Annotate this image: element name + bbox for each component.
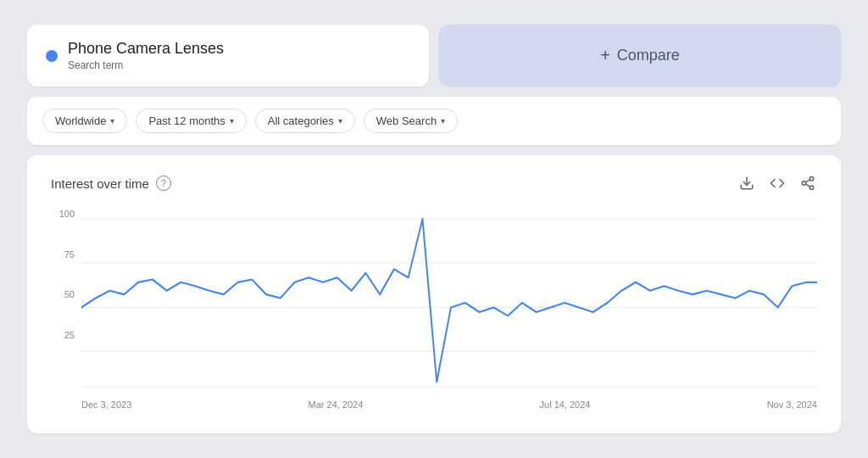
y-label-25: 25 bbox=[51, 331, 75, 340]
top-row: Phone Camera Lenses Search term + Compar… bbox=[27, 25, 841, 87]
filter-search-type[interactable]: Web Search ▾ bbox=[364, 109, 458, 133]
help-icon-label: ? bbox=[161, 178, 166, 188]
x-label-jul: Jul 14, 2024 bbox=[540, 399, 591, 410]
search-term-card: Phone Camera Lenses Search term bbox=[27, 25, 429, 87]
filter-region-label: Worldwide bbox=[55, 114, 106, 127]
y-label-100: 100 bbox=[51, 209, 75, 219]
x-label-nov: Nov 3, 2024 bbox=[767, 399, 817, 410]
y-label-75: 75 bbox=[51, 250, 75, 260]
compare-plus-icon: + bbox=[600, 46, 610, 65]
chart-title-group: Interest over time ? bbox=[51, 176, 171, 191]
filter-search-type-label: Web Search bbox=[376, 114, 437, 127]
filter-categories-label: All categories bbox=[268, 114, 334, 127]
search-term-info: Phone Camera Lenses Search term bbox=[68, 40, 224, 71]
embed-button[interactable] bbox=[768, 174, 787, 193]
svg-line-5 bbox=[805, 180, 810, 182]
y-axis-labels: 100 75 50 25 bbox=[51, 209, 75, 371]
chevron-down-icon: ▾ bbox=[338, 116, 342, 126]
chart-header: Interest over time ? bbox=[51, 174, 817, 193]
main-container: Phone Camera Lenses Search term + Compar… bbox=[27, 25, 841, 433]
x-label-mar: Mar 24, 2024 bbox=[309, 399, 364, 410]
filter-period-label: Past 12 months bbox=[148, 114, 225, 127]
chevron-down-icon: ▾ bbox=[110, 116, 114, 126]
svg-line-4 bbox=[805, 184, 810, 187]
share-button[interactable] bbox=[798, 174, 817, 193]
filter-region[interactable]: Worldwide ▾ bbox=[42, 109, 127, 133]
filter-period[interactable]: Past 12 months ▾ bbox=[136, 109, 246, 133]
y-label-50: 50 bbox=[51, 290, 75, 299]
line-chart-svg bbox=[81, 209, 817, 396]
compare-label: Compare bbox=[617, 47, 680, 64]
download-button[interactable] bbox=[737, 174, 756, 193]
search-term-title: Phone Camera Lenses bbox=[68, 40, 224, 58]
chart-title: Interest over time bbox=[51, 176, 149, 191]
search-term-subtitle: Search term bbox=[68, 59, 224, 71]
chart-card: Interest over time ? 100 bbox=[27, 155, 841, 433]
x-axis-labels: Dec 3, 2023 Mar 24, 2024 Jul 14, 2024 No… bbox=[51, 399, 817, 410]
search-term-dot bbox=[46, 50, 58, 62]
help-icon[interactable]: ? bbox=[156, 176, 171, 191]
chart-inner bbox=[81, 209, 817, 396]
filter-categories[interactable]: All categories ▾ bbox=[255, 109, 355, 133]
filter-row: Worldwide ▾ Past 12 months ▾ All categor… bbox=[27, 97, 841, 145]
chevron-down-icon: ▾ bbox=[230, 116, 234, 126]
x-label-dec: Dec 3, 2023 bbox=[81, 399, 131, 410]
compare-card[interactable]: + Compare bbox=[439, 25, 841, 87]
chevron-down-icon: ▾ bbox=[441, 116, 445, 126]
chart-area: 100 75 50 25 bbox=[51, 209, 817, 396]
chart-actions bbox=[737, 174, 817, 193]
